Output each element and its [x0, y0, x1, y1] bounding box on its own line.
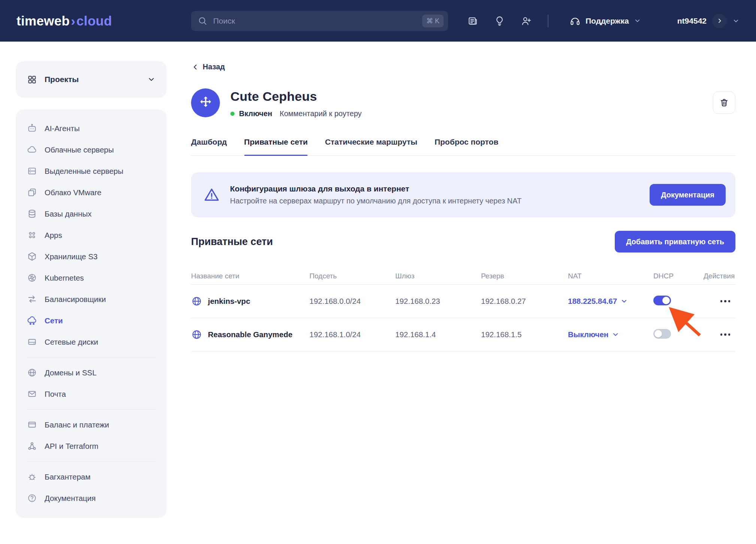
lightbulb-icon[interactable]: [494, 15, 505, 26]
projects-selector[interactable]: Проекты: [16, 61, 167, 98]
chevron-down-icon: [147, 75, 155, 84]
nat-dropdown[interactable]: 188.225.84.67: [568, 297, 628, 306]
projects-label: Проекты: [45, 75, 79, 84]
network-name[interactable]: jenkins-vpc: [208, 297, 250, 306]
sidebar-item-domains-ssl[interactable]: Домены и SSL: [16, 362, 167, 383]
tab-dashboard[interactable]: Дашборд: [191, 137, 227, 155]
col-header-nat: NAT: [568, 272, 653, 280]
tab-static-routes[interactable]: Статические маршруты: [325, 137, 417, 155]
sidebar-item-apps[interactable]: Apps: [16, 224, 167, 246]
col-header-dhcp: DHCP: [653, 272, 704, 280]
disk-icon: [27, 337, 37, 347]
tab-private-networks[interactable]: Приватные сети: [244, 137, 308, 155]
robot-icon: [27, 123, 37, 133]
dhcp-toggle[interactable]: [653, 329, 671, 339]
network-name[interactable]: Reasonable Ganymede: [208, 330, 293, 339]
search-input[interactable]: [212, 16, 422, 26]
sidebar-item-s3-storage[interactable]: Хранилище S3: [16, 246, 167, 267]
sidebar-item-api-terraform[interactable]: API и Terraform: [16, 435, 167, 457]
sidebar-item-network-disks[interactable]: Сетевые диски: [16, 331, 167, 353]
sidebar-item-label: Балансировщики: [45, 295, 106, 304]
sidebar-item-kubernetes[interactable]: Kubernetes: [16, 267, 167, 288]
sidebar-item-label: Домены и SSL: [45, 368, 97, 377]
globe-icon: [27, 368, 37, 378]
headphones-icon: [569, 15, 581, 27]
global-search[interactable]: ⌘ K: [191, 11, 448, 31]
reserve-value: 192.168.0.27: [481, 297, 568, 306]
sidebar-item-label: Багхантерам: [45, 472, 91, 481]
sidebar-item-label: Kubernetes: [45, 273, 84, 282]
news-icon[interactable]: [468, 15, 478, 26]
nat-dropdown[interactable]: Выключен: [568, 330, 619, 339]
dhcp-toggle[interactable]: [653, 296, 671, 305]
database-icon: [27, 209, 37, 219]
vmware-icon: [27, 187, 37, 197]
chevron-down-icon: [612, 331, 619, 338]
col-header-subnet: Подсеть: [309, 272, 395, 280]
crossroads-icon: [198, 95, 214, 111]
logo-timeweb: timeweb: [16, 13, 70, 28]
server-icon: [27, 166, 37, 176]
banner-title: Конфигурация шлюза для выхода в интернет: [230, 184, 521, 193]
network-cloud-icon: [27, 315, 37, 326]
add-private-network-button[interactable]: Добавить приватную сеть: [615, 231, 735, 253]
banner-subtitle: Настройте на серверах маршрут по умолчан…: [230, 197, 521, 205]
table-header-row: Название сети Подсеть Шлюз Резерв NAT DH…: [191, 268, 735, 285]
documentation-button[interactable]: Документация: [650, 184, 726, 206]
trash-icon: [719, 98, 729, 108]
sidebar-menu: AI-Агенты Облачные серверы Выделенные се…: [16, 109, 167, 518]
sidebar-item-cloud-servers[interactable]: Облачные серверы: [16, 139, 167, 160]
account-id: nt94542: [677, 16, 707, 25]
row-actions-menu[interactable]: [720, 298, 731, 305]
sidebar-item-dedicated-servers[interactable]: Выделенные серверы: [16, 160, 167, 182]
back-link[interactable]: Назад: [191, 63, 225, 71]
logo-chevron: ›: [71, 13, 75, 28]
sidebar-item-databases[interactable]: Базы данных: [16, 203, 167, 224]
credit-card-icon: [27, 420, 37, 430]
account-expand-button[interactable]: [712, 13, 727, 28]
sidebar-item-networks[interactable]: Сети: [16, 310, 167, 331]
chevron-down-icon[interactable]: [732, 17, 740, 24]
subnet-value: 192.168.0.0/24: [309, 297, 395, 306]
router-header: Cute Cepheus Включен Комментарий к роуте…: [191, 88, 735, 118]
delete-router-button[interactable]: [713, 91, 735, 114]
section-title: Приватные сети: [191, 236, 273, 248]
sidebar-item-label: Выделенные серверы: [45, 167, 123, 176]
col-header-actions: Действия: [704, 272, 738, 280]
timeweb-cloud-logo[interactable]: timeweb › cloud: [16, 13, 112, 28]
header-icon-group: [468, 15, 532, 26]
sidebar-item-vmware-cloud[interactable]: Облако VMware: [16, 182, 167, 203]
mail-icon: [27, 389, 37, 399]
sidebar-item-label: Сети: [45, 316, 63, 325]
router-comment[interactable]: Комментарий к роутеру: [280, 109, 362, 118]
status-dot: [230, 112, 235, 116]
sidebar-item-bughunters[interactable]: Багхантерам: [16, 466, 167, 487]
sidebar-item-label: Облачные серверы: [45, 145, 114, 154]
row-actions-menu[interactable]: [720, 331, 731, 338]
col-header-gateway: Шлюз: [395, 272, 481, 280]
sidebar-item-ai-agents[interactable]: AI-Агенты: [16, 118, 167, 139]
tab-bar: Дашборд Приватные сети Статические маршр…: [191, 137, 735, 156]
sidebar-item-docs[interactable]: Документация: [16, 487, 167, 509]
account-menu[interactable]: nt94542: [677, 13, 740, 28]
bug-icon: [27, 472, 37, 482]
col-header-reserve: Резерв: [481, 272, 568, 280]
gateway-value: 192.168.1.4: [395, 330, 481, 339]
nodes-icon: [27, 441, 37, 451]
header-divider: [548, 15, 548, 27]
nat-value: 188.225.84.67: [568, 297, 617, 306]
sidebar-item-label: API и Terraform: [45, 442, 99, 451]
chevron-left-icon: [191, 63, 199, 71]
sidebar-item-billing[interactable]: Баланс и платежи: [16, 414, 167, 435]
tab-port-forwarding[interactable]: Проброс портов: [435, 137, 498, 155]
gateway-info-banner: Конфигурация шлюза для выхода в интернет…: [191, 172, 735, 217]
warning-triangle-icon: [203, 186, 220, 203]
sidebar-item-load-balancers[interactable]: Балансировщики: [16, 288, 167, 310]
add-user-icon[interactable]: [521, 15, 532, 26]
sidebar-item-mail[interactable]: Почта: [16, 383, 167, 405]
sidebar-divider: [27, 409, 155, 409]
sidebar-item-label: Почта: [45, 390, 66, 399]
cube-icon: [27, 251, 37, 262]
support-menu[interactable]: Поддержка: [569, 15, 641, 27]
projects-grid-icon: [27, 75, 37, 85]
